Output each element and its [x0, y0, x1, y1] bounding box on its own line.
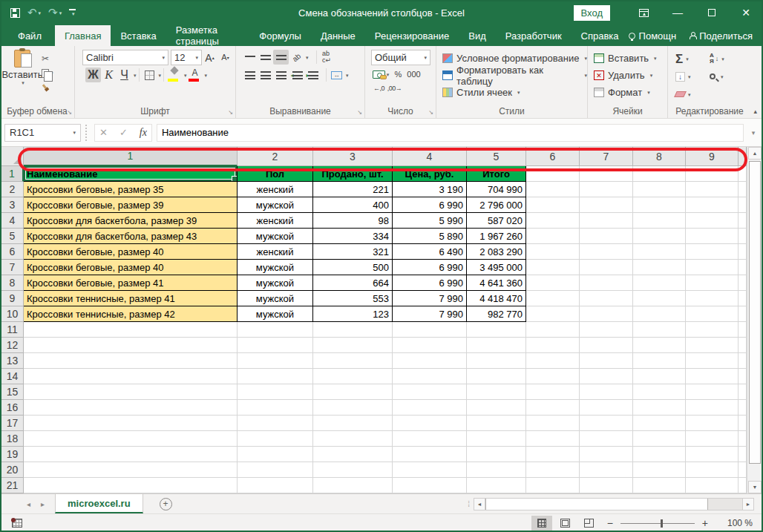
cell-r11c5[interactable]: [467, 322, 526, 338]
cell-r12c6[interactable]: [526, 338, 580, 353]
shrink-font-button[interactable]: А▾: [217, 50, 233, 65]
font-dialog-launcher[interactable]: ↘: [228, 109, 233, 116]
cell-r2c1[interactable]: Кроссовки беговые, размер 35: [24, 182, 238, 197]
align-center-button[interactable]: [258, 68, 273, 82]
underline-button[interactable]: Ч: [117, 68, 132, 82]
cell-r11c4[interactable]: [393, 322, 467, 338]
prev-sheet-button[interactable]: ◂: [27, 500, 30, 508]
cell-r12c5[interactable]: [467, 338, 526, 353]
cell-r14c1[interactable]: [24, 369, 238, 384]
cell-r11c2[interactable]: [238, 322, 313, 338]
cell-r20c2[interactable]: [238, 462, 313, 478]
cell-r8c10[interactable]: [739, 275, 747, 291]
cell-r15c5[interactable]: [467, 384, 526, 400]
cell-r2c10[interactable]: [739, 182, 747, 197]
cell-r18c3[interactable]: [313, 431, 393, 447]
cell-r8c6[interactable]: [526, 275, 580, 291]
row-header-13[interactable]: 13: [1, 353, 24, 369]
cell-r9c5[interactable]: 4 418 470: [467, 291, 526, 306]
cell-r18c10[interactable]: [739, 431, 747, 447]
minimize-button[interactable]: —: [661, 0, 695, 25]
cell-r9c2[interactable]: мужской: [238, 291, 313, 306]
cell-r14c6[interactable]: [526, 369, 580, 384]
cell-r20c1[interactable]: [24, 462, 238, 478]
cell-r6c10[interactable]: [739, 244, 747, 260]
cell-r8c4[interactable]: 6 990: [393, 275, 467, 291]
font-color-dropdown[interactable]: ▾: [205, 73, 208, 78]
scroll-down-button[interactable]: ▼: [748, 481, 762, 493]
cell-r8c1[interactable]: Кроссовки беговые, размер 41: [24, 275, 238, 291]
cell-r14c4[interactable]: [393, 369, 467, 384]
cell-r11c10[interactable]: [739, 322, 747, 338]
cell-r19c8[interactable]: [633, 447, 686, 462]
cell-r3c6[interactable]: [526, 197, 580, 213]
cell-r11c1[interactable]: [24, 322, 238, 338]
close-button[interactable]: ✕: [729, 0, 763, 25]
cell-r5c10[interactable]: [739, 229, 747, 244]
page-layout-view-button[interactable]: [555, 516, 576, 531]
cell-r21c5[interactable]: [467, 478, 526, 493]
row-header-17[interactable]: 17: [1, 416, 24, 431]
cell-r12c3[interactable]: [313, 338, 393, 353]
font-size-combo[interactable]: 12▾: [171, 50, 202, 65]
clipboard-dialog-launcher[interactable]: ↘: [67, 109, 72, 116]
assistant-button[interactable]: Помощн: [629, 30, 677, 42]
cell-r21c10[interactable]: [739, 478, 747, 493]
paste-button[interactable]: Вставить ▾: [4, 50, 40, 104]
cell-r17c8[interactable]: [633, 416, 686, 431]
cell-r3c7[interactable]: [580, 197, 633, 213]
cell-r17c4[interactable]: [393, 416, 467, 431]
increase-decimal-button[interactable]: ←,0: [371, 81, 387, 96]
cell-r21c3[interactable]: [313, 478, 393, 493]
orientation-dropdown[interactable]: ▾: [306, 55, 309, 60]
column-header-3[interactable]: 3: [313, 147, 393, 166]
cell-r1c3[interactable]: Продано, шт.: [313, 166, 393, 182]
cell-r19c10[interactable]: [739, 447, 747, 462]
tab-data[interactable]: Данные: [311, 25, 365, 46]
cell-r21c2[interactable]: [238, 478, 313, 493]
cell-r12c10[interactable]: [739, 338, 747, 353]
cell-r6c4[interactable]: 6 490: [393, 244, 467, 260]
merge-center-dropdown[interactable]: ▾: [346, 73, 349, 78]
cell-r15c9[interactable]: [686, 384, 739, 400]
cell-r2c4[interactable]: 3 190: [393, 182, 467, 197]
cell-r7c9[interactable]: [686, 260, 739, 275]
expand-formula-bar-button[interactable]: ▾: [744, 124, 763, 142]
row-header-12[interactable]: 12: [1, 338, 24, 353]
insert-function-button[interactable]: fx: [140, 127, 147, 139]
cell-r6c8[interactable]: [633, 244, 686, 260]
alignment-dialog-launcher[interactable]: ↘: [357, 109, 362, 116]
redo-dropdown[interactable]: ▾: [59, 10, 62, 16]
orientation-button[interactable]: ab: [289, 50, 304, 65]
cell-r4c9[interactable]: [686, 213, 739, 229]
cell-r10c2[interactable]: мужской: [238, 306, 313, 322]
format-as-table-button[interactable]: Форматировать как таблицу▾: [436, 67, 587, 84]
cell-r12c8[interactable]: [633, 338, 686, 353]
cell-r10c8[interactable]: [633, 306, 686, 322]
tab-insert[interactable]: Вставка: [111, 25, 166, 46]
align-bottom-button[interactable]: [273, 50, 289, 65]
cell-r14c7[interactable]: [580, 369, 633, 384]
cell-r16c1[interactable]: [24, 400, 238, 416]
column-header-9[interactable]: 9: [686, 147, 739, 166]
cell-r2c9[interactable]: [686, 182, 739, 197]
formula-bar-splitter[interactable]: [85, 125, 90, 141]
tab-scrollbar-divider[interactable]: ⁞: [468, 500, 471, 508]
cell-r12c4[interactable]: [393, 338, 467, 353]
cell-r5c8[interactable]: [633, 229, 686, 244]
font-name-combo[interactable]: Calibri▾: [82, 50, 168, 65]
name-box[interactable]: R1C1▾: [4, 124, 81, 142]
zoom-in-button[interactable]: +: [698, 517, 713, 529]
cell-r13c6[interactable]: [526, 353, 580, 369]
format-cells-button[interactable]: Формат▾: [588, 84, 667, 101]
cell-r20c3[interactable]: [313, 462, 393, 478]
cell-r16c3[interactable]: [313, 400, 393, 416]
cell-r18c1[interactable]: [24, 431, 238, 447]
column-header-2[interactable]: 2: [238, 147, 313, 166]
cell-r1c6[interactable]: [526, 166, 580, 182]
cell-r8c7[interactable]: [580, 275, 633, 291]
new-sheet-button[interactable]: +: [160, 498, 172, 510]
cell-r5c1[interactable]: Кроссовки для баскетбола, размер 43: [24, 229, 238, 244]
cell-r13c5[interactable]: [467, 353, 526, 369]
cell-r13c8[interactable]: [633, 353, 686, 369]
